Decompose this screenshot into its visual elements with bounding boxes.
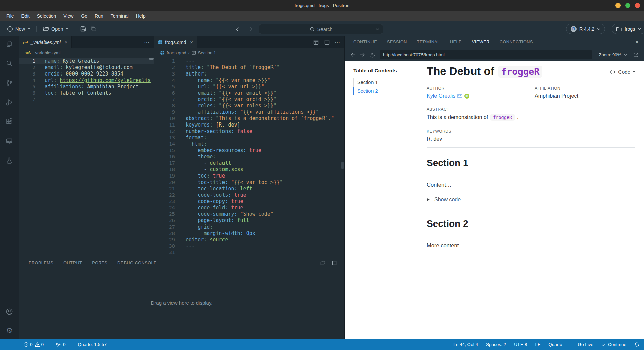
close-button[interactable]	[635, 3, 640, 8]
scrollbar-marker[interactable]	[149, 58, 154, 60]
panel-tab-output[interactable]: OUTPUT	[63, 261, 82, 265]
save-all-button[interactable]	[88, 23, 99, 34]
menu-item-help[interactable]: Help	[132, 12, 149, 20]
menu-item-edit[interactable]: Edit	[18, 12, 33, 20]
quarto-version-status[interactable]: Quarto: 1.5.57	[78, 342, 107, 347]
account-icon[interactable]	[5, 307, 14, 316]
menu-item-run[interactable]: Run	[91, 12, 107, 20]
panel-tab-ports[interactable]: PORTS	[92, 261, 107, 265]
cursor-position-status[interactable]: Ln 44, Col 4	[453, 342, 478, 347]
code-line[interactable]: 5affiliations: Amphibian Project	[19, 84, 154, 90]
eol-status[interactable]: LF	[535, 342, 540, 347]
code-line[interactable]: 24 code-fold: true	[154, 205, 344, 211]
author-link[interactable]: Kyle Grealis	[427, 93, 455, 99]
save-button[interactable]	[78, 23, 88, 34]
code-line[interactable]: 12number-sections: false	[154, 128, 344, 135]
remote-explorer-icon[interactable]	[5, 137, 14, 146]
code-line[interactable]: 6toc: Table of Contents	[19, 90, 154, 96]
viewer-reload-button[interactable]	[367, 50, 376, 59]
code-line[interactable]: 5 url: "{{< var url >}}"	[154, 84, 344, 90]
code-line[interactable]: 17 - default	[154, 160, 344, 166]
code-line[interactable]: 19 toc: true	[154, 173, 344, 179]
code-line[interactable]: 21 toc-location: left	[154, 186, 344, 192]
tab-frogs-qmd[interactable]: frogs.qmd ×	[154, 36, 197, 48]
explorer-icon[interactable]	[5, 40, 14, 48]
open-button[interactable]: Open	[40, 24, 71, 34]
minimize-panel-icon[interactable]	[309, 260, 314, 266]
panel-tab-connections[interactable]: CONNECTIONS	[500, 36, 533, 48]
minimize-button[interactable]	[615, 3, 621, 8]
code-line[interactable]: 30---	[154, 243, 344, 249]
menu-item-go[interactable]: Go	[77, 12, 91, 20]
breadcrumb[interactable]: frogs.qmd › Section 1	[154, 48, 344, 57]
code-line[interactable]: 26 page-layout: full	[154, 217, 344, 224]
code-line[interactable]: 2title: "The Debut of `froggeR`"	[154, 64, 344, 71]
close-tab-icon[interactable]: ×	[65, 39, 68, 45]
continue-status[interactable]: Continue	[601, 342, 626, 347]
search-view-icon[interactable]	[5, 59, 14, 68]
go-live-status[interactable]: Go Live	[570, 342, 593, 347]
extensions-icon[interactable]	[5, 117, 14, 126]
maximize-panel-icon[interactable]	[332, 260, 337, 266]
indentation-status[interactable]: Spaces: 2	[486, 342, 506, 347]
code-line[interactable]: 10abstract: "This is a demonstration of …	[154, 115, 344, 122]
preview-layout-icon[interactable]	[313, 39, 319, 45]
panel-tab-terminal[interactable]: TERMINAL	[417, 36, 440, 48]
code-line[interactable]: 11keywords: [R, dev]	[154, 122, 344, 128]
panel-tab-viewer[interactable]: VIEWER	[472, 36, 490, 48]
code-line[interactable]: 3orcid: 0000-0002-9223-8854	[19, 71, 154, 77]
restore-panel-icon[interactable]	[320, 260, 326, 266]
code-line[interactable]: 14 html:	[154, 141, 344, 147]
menu-item-view[interactable]: View	[60, 12, 77, 20]
search-input[interactable]: Search	[259, 24, 383, 34]
encoding-status[interactable]: UTF-8	[514, 342, 527, 347]
interpreter-selector[interactable]: R R 4.4.2	[566, 24, 605, 34]
run-debug-icon[interactable]	[5, 98, 14, 107]
code-line[interactable]: 15 embed-resources: true	[154, 147, 344, 154]
panel-tab-help[interactable]: HELP	[450, 36, 462, 48]
panel-tab-debug-console[interactable]: DEBUG CONSOLE	[117, 261, 157, 265]
close-panel-icon[interactable]: ×	[635, 39, 639, 46]
problems-status[interactable]: 0 0	[23, 342, 44, 347]
orcid-icon[interactable]: iD	[464, 94, 469, 99]
code-line[interactable]: 16 theme:	[154, 154, 344, 160]
toc-item-section-1[interactable]: Section 1	[353, 78, 419, 87]
show-code-summary[interactable]: Show code	[427, 197, 635, 203]
code-line[interactable]: 25 code-summary: "Show code"	[154, 211, 344, 217]
panel-tab-session[interactable]: SESSION	[387, 36, 407, 48]
code-line[interactable]: 1name: Kyle Grealis	[19, 58, 154, 64]
code-line[interactable]: 23 code-copy: true	[154, 198, 344, 205]
code-line[interactable]: 7 orcid: "{{< var orcid >}}"	[154, 96, 344, 103]
more-actions-icon[interactable]: ⋯	[144, 39, 150, 45]
panel-tab-problems[interactable]: PROBLEMS	[29, 261, 53, 265]
viewer-back-button[interactable]	[349, 50, 357, 59]
navigate-back-button[interactable]	[233, 25, 242, 34]
code-line[interactable]: 4url: https://github.com/kyleGrealis	[19, 77, 154, 84]
scrollbar-handle[interactable]	[341, 162, 344, 169]
code-line[interactable]: 8 roles: "{{< var roles >}}"	[154, 103, 344, 109]
project-selector[interactable]: frogs	[612, 24, 644, 34]
code-line[interactable]: 28 margin-width: 0px	[154, 230, 344, 237]
code-line[interactable]: 31	[154, 249, 344, 256]
zoom-select[interactable]: Zoom: 90%	[599, 52, 627, 57]
code-line[interactable]: 13format:	[154, 135, 344, 141]
code-line[interactable]: 18 - custom.scss	[154, 166, 344, 173]
source-control-icon[interactable]	[5, 79, 14, 87]
settings-gear-icon[interactable]: ⚙	[5, 326, 14, 335]
code-line[interactable]: 2email: kylegrealis@icloud.com	[19, 64, 154, 71]
code-line[interactable]: 6 email: "{{< var email >}}"	[154, 90, 344, 96]
tab-variables-yml[interactable]: yml _variables.yml ×	[19, 36, 72, 48]
more-actions-icon[interactable]: ⋯	[335, 39, 340, 45]
code-line[interactable]: 9 affiliations: "{{< var affiliations >}…	[154, 109, 344, 115]
code-line[interactable]: 7	[19, 96, 154, 103]
testing-icon[interactable]	[5, 156, 14, 165]
editor-frogs-qmd[interactable]: 1---2title: "The Debut of `froggeR`"3aut…	[154, 57, 344, 257]
open-external-button[interactable]	[631, 50, 640, 59]
new-button[interactable]: New	[4, 24, 33, 34]
viewer-forward-button[interactable]	[358, 50, 367, 59]
code-line[interactable]: 4 name: "{{< var name >}}"	[154, 77, 344, 84]
code-line[interactable]: 27 grid:	[154, 224, 344, 230]
code-line[interactable]: 20 toc-title: "{{< var toc >}}"	[154, 179, 344, 186]
code-line[interactable]: 22 code-tools: true	[154, 192, 344, 198]
code-line[interactable]: 1---	[154, 58, 344, 64]
